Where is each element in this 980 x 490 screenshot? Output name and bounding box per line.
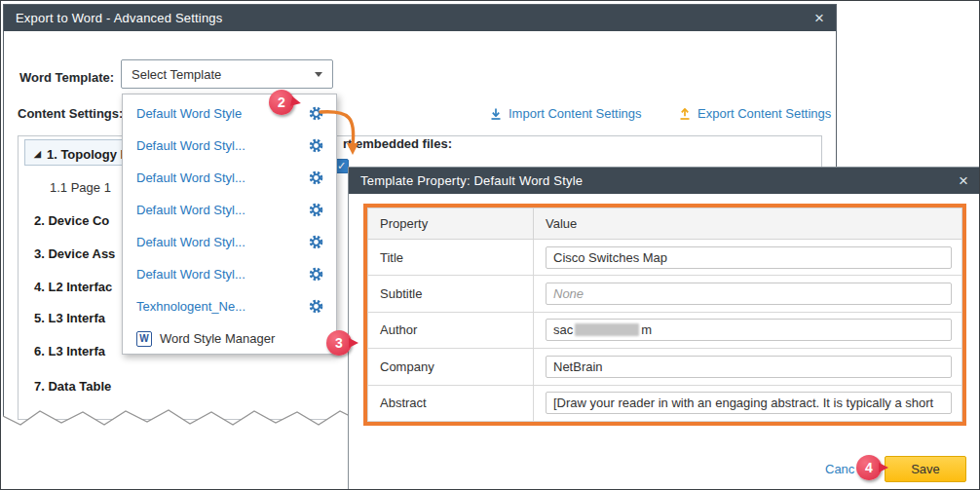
content-settings-label: Content Settings: [18,106,123,121]
menu-item-label: Default Word Style [136,106,242,121]
tree-item-data-table[interactable]: 7. Data Table [34,376,111,396]
gear-icon[interactable] [308,234,324,250]
callout-tail [349,338,358,348]
tree-item-l3-interface-1[interactable]: 5. L3 Interfa [34,308,105,327]
menu-item-texhnologent[interactable]: Texhnologent_Ne... [123,290,336,322]
author-suffix: m [641,322,652,337]
abstract-field[interactable] [546,392,952,414]
property-label-subtitle: Subtitle [368,276,534,312]
property-label-title: Title [368,240,534,276]
author-field[interactable]: sac m [546,319,952,341]
save-button[interactable]: Save [885,456,966,482]
step-3-callout: 3 [326,330,352,356]
author-prefix: sac [553,322,573,337]
template-select[interactable]: Select Template [121,59,333,89]
step-2-callout: 2 [269,90,294,115]
value-column-header: Value [534,208,962,240]
gear-icon[interactable] [308,202,324,218]
export-content-settings-link[interactable]: Export Content Settings [678,106,831,121]
subtitle-field[interactable] [546,283,952,305]
import-link-label: Import Content Settings [509,106,642,121]
embedded-files-label: rt embedded files: [343,136,452,151]
close-icon[interactable]: × [959,172,968,189]
gear-icon[interactable] [308,105,324,122]
screenshot-canvas: Export to Word - Advanced Settings × Wor… [0,0,980,490]
menu-item-word-style-4[interactable]: Default Word Styl... [123,194,336,226]
menu-item-word-style-2[interactable]: Default Word Styl... [123,130,336,162]
import-download-icon [489,107,503,121]
step-4-callout: 4 [856,455,882,480]
step-2-number: 2 [278,94,285,110]
tree-item-device-assets[interactable]: 3. Device Ass [34,244,115,263]
callout-tail [879,463,888,472]
close-icon[interactable]: × [814,10,824,26]
redacted-text [575,323,639,336]
menu-item-word-style-manager[interactable]: W Word Style Manager [123,322,336,355]
template-property-dialog: Template Property: Default Word Style × … [348,167,980,490]
import-content-settings-link[interactable]: Import Content Settings [489,106,642,121]
tree-item-label: 5. L3 Interfa [34,311,105,325]
word-style-dropdown-menu: Default Word Style Default Word Styl... … [122,94,337,355]
table-row: Author sac m [368,312,962,348]
export-upload-icon [678,107,692,121]
property-label-author: Author [368,312,534,348]
tree-item-label: 6. L3 Interfa [34,344,105,358]
table-row: Subtitle [368,276,962,312]
tree-item-label: 1.1 Page 1 [50,180,111,195]
tree-item-label: 3. Device Ass [34,246,115,261]
expand-icon[interactable]: ◢ [34,150,41,159]
word-template-label: Word Template: [19,70,114,85]
export-link-label: Export Content Settings [697,106,831,121]
tree-item-device[interactable]: 2. Device Co [34,210,109,230]
step-4-number: 4 [865,460,873,475]
tree-item-page1[interactable]: 1.1 Page 1 [50,177,111,197]
word-document-icon: W [136,331,152,347]
table-row: Abstract [368,385,962,421]
property-dialog-title: Template Property: Default Word Style [360,173,583,188]
gear-icon[interactable] [308,298,324,315]
menu-item-word-style-3[interactable]: Default Word Styl... [123,162,336,194]
tree-item-topology-map[interactable]: ◢ 1. Topology M [34,144,131,164]
chevron-down-icon [315,72,322,77]
gear-icon[interactable] [308,266,324,283]
menu-item-word-style-5[interactable]: Default Word Styl... [123,226,336,258]
title-field[interactable] [546,246,952,269]
tree-item-l2-interface[interactable]: 4. L2 Interfac [34,277,112,296]
tree-item-label: 2. Device Co [34,213,109,228]
tree-item-label: 7. Data Table [34,379,111,394]
menu-item-label: Texhnologent_Ne... [136,299,245,314]
menu-item-label: Default Word Styl... [136,267,245,282]
company-field[interactable] [546,356,952,378]
cancel-button[interactable]: Canc [825,462,854,476]
property-dialog-titlebar: Template Property: Default Word Style × [349,168,980,194]
menu-item-label: Default Word Styl... [136,203,245,217]
export-dialog-titlebar: Export to Word - Advanced Settings × [4,5,836,31]
property-table-highlight-box: Property Value Title Subtitle Author sac [363,204,966,426]
callout-tail [290,96,302,108]
step-3-number: 3 [335,335,343,351]
table-row: Company [368,349,962,385]
menu-item-default-word-style[interactable]: Default Word Style [123,97,336,130]
table-row: Title [368,240,962,276]
tree-item-l3-interface-2[interactable]: 6. L3 Interfa [34,341,105,360]
menu-item-label: Default Word Styl... [136,170,245,185]
tree-item-label: 1. Topology M [47,147,131,162]
gear-icon[interactable] [308,137,324,154]
gear-icon[interactable] [308,170,324,186]
template-select-value: Select Template [132,67,221,82]
menu-item-word-style-6[interactable]: Default Word Styl... [123,258,336,290]
tree-item-label: 4. L2 Interfac [34,280,112,294]
menu-item-label: Default Word Styl... [136,235,245,249]
property-column-header: Property [368,208,534,240]
property-label-abstract: Abstract [368,385,534,421]
export-dialog-title: Export to Word - Advanced Settings [16,11,223,25]
property-label-company: Company [368,349,534,385]
menu-item-label: Default Word Styl... [136,138,245,153]
menu-item-label: Word Style Manager [160,331,275,346]
property-table: Property Value Title Subtitle Author sac [367,207,962,422]
